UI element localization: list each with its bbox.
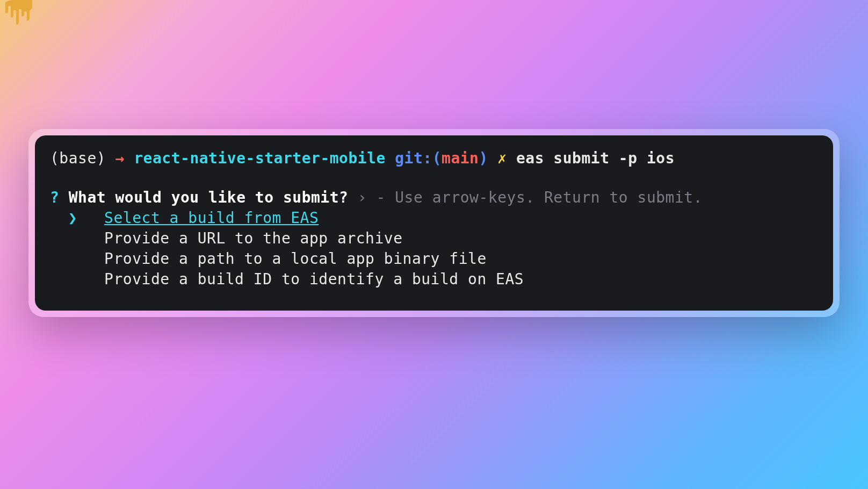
prompt-hint: - Use arrow-keys. Return to submit. bbox=[377, 189, 703, 206]
menu-option[interactable]: Provide a path to a local app binary fil… bbox=[50, 249, 818, 269]
menu-option-label: Provide a path to a local app binary fil… bbox=[104, 250, 487, 268]
git-label: git:( bbox=[395, 149, 442, 167]
terminal[interactable]: (base) → react-native-starter-mobile git… bbox=[35, 135, 833, 311]
prompt-question: What would you like to submit? bbox=[69, 189, 349, 206]
shell-command: eas submit -p ios bbox=[516, 149, 675, 167]
git-branch: main bbox=[442, 149, 479, 167]
hint-chevron-icon: › bbox=[358, 189, 367, 206]
prompt-arrow-icon: → bbox=[115, 149, 125, 167]
paint-drip-decoration bbox=[5, 0, 38, 27]
menu-option-label: Provide a URL to the app archive bbox=[104, 229, 402, 247]
shell-prompt-line: (base) → react-native-starter-mobile git… bbox=[50, 148, 818, 169]
menu-option[interactable]: Provide a build ID to identify a build o… bbox=[50, 269, 818, 290]
terminal-window-frame: (base) → react-native-starter-mobile git… bbox=[28, 129, 840, 318]
prompt-question-line: ? What would you like to submit? › - Use… bbox=[50, 188, 818, 208]
question-mark-icon: ? bbox=[50, 189, 59, 206]
menu-option[interactable]: Provide a URL to the app archive bbox=[50, 228, 818, 249]
menu-option-label: Select a build from EAS bbox=[104, 209, 319, 227]
selection-pointer-icon: ❯ bbox=[68, 208, 86, 228]
git-label-close: ) bbox=[479, 149, 488, 167]
menu-option-label: Provide a build ID to identify a build o… bbox=[104, 270, 524, 288]
conda-env: (base) bbox=[50, 149, 106, 167]
menu-option-selected[interactable]: ❯Select a build from EAS bbox=[50, 208, 818, 228]
project-directory: react-native-starter-mobile bbox=[134, 149, 386, 167]
git-dirty-icon: ✗ bbox=[497, 149, 507, 167]
